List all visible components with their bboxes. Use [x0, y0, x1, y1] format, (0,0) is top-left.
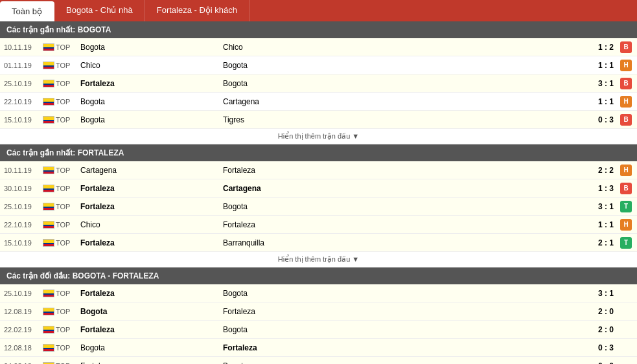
match-league: TOP: [56, 98, 80, 106]
match-away: Bogota: [223, 361, 365, 365]
tab-0[interactable]: Toàn bộ: [0, 1, 54, 21]
match-date: 10.11.19: [4, 166, 41, 174]
flag-icon: [41, 221, 56, 229]
match-badge: B: [619, 183, 633, 194]
match-score: 3 : 1: [593, 202, 619, 211]
match-score: 0 : 0: [593, 361, 619, 365]
section-header-2: Các trận đối đầu: BOGOTA - FORTALEZA: [0, 267, 637, 284]
flag-icon: [41, 43, 56, 51]
match-row: 10.11.19TOPCartagenaFortaleza2 : 2H: [0, 161, 637, 179]
match-date: 22.10.19: [4, 98, 41, 106]
flag-icon: [41, 239, 56, 247]
tab-2[interactable]: Fortaleza - Đội khách: [145, 0, 249, 21]
match-league: TOP: [56, 43, 80, 51]
match-home: Bogota: [80, 43, 223, 52]
match-league: TOP: [56, 221, 80, 229]
match-home: Bogota: [80, 97, 223, 106]
match-score: 2 : 0: [593, 325, 619, 334]
match-league: TOP: [56, 344, 80, 352]
match-score: 2 : 1: [593, 238, 619, 247]
match-away: Fortaleza: [223, 343, 365, 352]
tab-1[interactable]: Bogota - Chủ nhà: [54, 0, 145, 21]
match-badge: B: [619, 41, 633, 53]
sections-container: Các trận gần nhất: BOGOTA10.11.19TOPBogo…: [0, 21, 637, 364]
match-away: Fortaleza: [223, 220, 365, 229]
match-date: 15.10.19: [4, 116, 41, 124]
match-league: TOP: [56, 166, 80, 174]
match-league: TOP: [56, 239, 80, 247]
flag-icon: [41, 116, 56, 124]
match-away: Tigres: [223, 115, 365, 124]
match-row: 01.11.19TOPChicoBogota1 : 1H: [0, 56, 637, 74]
match-home: Fortaleza: [80, 202, 223, 211]
match-home: Fortaleza: [80, 361, 223, 365]
match-league: TOP: [56, 62, 80, 69]
match-score: 1 : 1: [593, 61, 619, 70]
match-away: Bogota: [223, 79, 365, 88]
match-score: 1 : 1: [593, 97, 619, 106]
flag-icon: [41, 203, 56, 210]
flag-icon: [41, 166, 56, 174]
match-row: 12.08.19TOPBogotaFortaleza2 : 0: [0, 302, 637, 321]
match-badge: H: [619, 219, 633, 231]
match-row: 25.10.19TOPFortalezaBogota3 : 1T: [0, 198, 637, 216]
match-date: 25.10.19: [4, 80, 41, 87]
match-home: Bogota: [80, 307, 223, 316]
section-0: Các trận gần nhất: BOGOTA10.11.19TOPBogo…: [0, 21, 637, 144]
section-header-0: Các trận gần nhất: BOGOTA: [0, 21, 637, 38]
show-more-button-1[interactable]: Hiển thị thêm trận đấu ▼: [0, 252, 637, 267]
match-home: Chico: [80, 61, 223, 70]
match-badge: B: [619, 78, 633, 89]
match-home: Fortaleza: [80, 289, 223, 298]
match-score: 1 : 1: [593, 220, 619, 229]
match-score: 2 : 0: [593, 307, 619, 316]
match-date: 12.08.18: [4, 344, 41, 352]
match-home: Bogota: [80, 343, 223, 352]
show-more-button-0[interactable]: Hiển thị thêm trận đấu ▼: [0, 129, 637, 144]
flag-icon: [41, 326, 56, 334]
match-badge: H: [619, 165, 633, 176]
match-score: 2 : 2: [593, 166, 619, 175]
match-away: Barranquilla: [223, 238, 365, 247]
flag-icon: [41, 98, 56, 106]
match-away: Cartagena: [223, 97, 365, 106]
match-away: Cartagena: [223, 184, 365, 193]
match-row: 25.10.19TOPFortalezaBogota3 : 1: [0, 284, 637, 302]
match-score: 1 : 2: [593, 43, 619, 52]
match-row: 22.02.19TOPFortalezaBogota2 : 0: [0, 321, 637, 339]
match-date: 30.10.19: [4, 185, 41, 192]
match-badge: B: [619, 114, 633, 126]
section-2: Các trận đối đầu: BOGOTA - FORTALEZA25.1…: [0, 267, 637, 364]
match-league: TOP: [56, 308, 80, 315]
match-home: Bogota: [80, 115, 223, 124]
match-away: Fortaleza: [223, 307, 365, 316]
section-1: Các trận gần nhất: FORTALEZA10.11.19TOPC…: [0, 144, 637, 267]
match-badge: H: [619, 60, 633, 71]
match-home: Fortaleza: [80, 184, 223, 193]
match-league: TOP: [56, 80, 80, 87]
match-away: Chico: [223, 43, 365, 52]
match-date: 22.02.19: [4, 326, 41, 334]
tabs-bar: Toàn bộBogota - Chủ nhàFortaleza - Đội k…: [0, 0, 637, 21]
match-home: Chico: [80, 220, 223, 229]
section-header-1: Các trận gần nhất: FORTALEZA: [0, 144, 637, 161]
match-date: 25.10.19: [4, 203, 41, 210]
flag-icon: [41, 290, 56, 297]
match-score: 1 : 3: [593, 184, 619, 193]
match-away: Bogota: [223, 61, 365, 70]
match-score: 0 : 3: [593, 343, 619, 352]
match-date: 10.11.19: [4, 43, 41, 51]
match-away: Bogota: [223, 202, 365, 211]
match-date: 22.10.19: [4, 221, 41, 229]
match-score: 0 : 3: [593, 115, 619, 124]
match-home: Cartagena: [80, 166, 223, 175]
match-badge: T: [619, 201, 633, 212]
match-row: 22.10.19TOPBogotaCartagena1 : 1H: [0, 93, 637, 111]
match-date: 15.10.19: [4, 239, 41, 247]
match-league: TOP: [56, 326, 80, 334]
flag-icon: [41, 185, 56, 192]
match-row: 30.10.19TOPFortalezaCartagena1 : 3B: [0, 179, 637, 198]
flag-icon: [41, 80, 56, 87]
match-row: 22.10.19TOPChicoFortaleza1 : 1H: [0, 216, 637, 234]
match-home: Fortaleza: [80, 79, 223, 88]
